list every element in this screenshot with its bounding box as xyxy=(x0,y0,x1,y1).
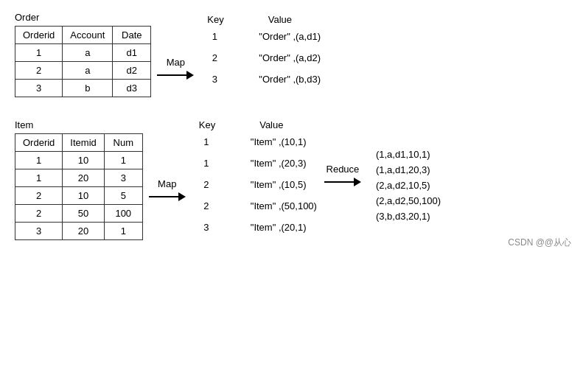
order-row-1: 1 a d1 xyxy=(15,44,151,62)
order-header-orderid: Orderid xyxy=(15,27,63,44)
order-kv-area: Key Value 1 "Order" ,(a,d1) 2 "Order" ,(… xyxy=(207,14,321,95)
item-row-3: 2 10 5 xyxy=(15,187,143,205)
order-kv-row-3: 3 "Order" ,(b,d3) xyxy=(207,74,321,85)
item-map-arrow: Map xyxy=(149,178,186,201)
item-row-1: 1 10 1 xyxy=(15,152,143,169)
order-kv-row-1: 1 "Order" ,(a,d1) xyxy=(207,31,321,42)
item-kv-row-3: 2 "Item" ,(10,5) xyxy=(199,179,317,190)
top-section: Order Orderid Account Date 1 a d1 2 a d2 xyxy=(15,12,568,97)
item-kv-area: Key Value 1 "Item" ,(10,1) 1 "Item" ,(20… xyxy=(199,119,317,243)
item-table-wrap: Item Orderid Itemid Num 1 10 1 1 20 3 xyxy=(15,119,143,240)
item-header-orderid: Orderid xyxy=(15,134,63,152)
item-kv-row-2: 1 "Item" ,(20,3) xyxy=(199,158,317,169)
arrow-shaft-top xyxy=(157,74,186,76)
reduce-result-1: (1,a,d1,10,1) xyxy=(376,149,441,160)
map-label-top: Map xyxy=(167,57,185,68)
item-kv-row-1: 1 "Item" ,(10,1) xyxy=(199,136,317,147)
reduce-arrow-wrap: Reduce xyxy=(324,164,361,186)
reduce-result-4: (2,a,d2,50,100) xyxy=(376,195,441,206)
arrow-head-top xyxy=(186,71,194,80)
arrow-head-bottom xyxy=(178,192,186,201)
order-row-2: 2 a d2 xyxy=(15,62,151,80)
order-row-3: 3 b d3 xyxy=(15,80,151,97)
reduce-result-3: (2,a,d2,10,5) xyxy=(376,180,441,191)
order-label: Order xyxy=(15,12,151,23)
bottom-section: Item Orderid Itemid Num 1 10 1 1 20 3 xyxy=(15,119,568,243)
arrow-shaft-bottom xyxy=(149,196,178,197)
item-kv-val-header: Value xyxy=(259,119,283,130)
item-row-5: 3 20 1 xyxy=(15,223,143,240)
order-table-wrap: Order Orderid Account Date 1 a d1 2 a d2 xyxy=(15,12,151,97)
item-label: Item xyxy=(15,119,143,130)
reduce-label: Reduce xyxy=(327,164,360,175)
order-header-account: Account xyxy=(63,27,113,44)
order-kv-val-header: Value xyxy=(268,14,292,25)
item-row-2: 1 20 3 xyxy=(15,169,143,187)
order-kv-row-2: 2 "Order" ,(a,d2) xyxy=(207,52,321,63)
item-kv-key-header: Key xyxy=(199,119,215,130)
item-header-num: Num xyxy=(104,134,142,152)
map-label-bottom: Map xyxy=(158,178,176,189)
reduce-results-area: (1,a,d1,10,1) (1,a,d1,20,3) (2,a,d2,10,5… xyxy=(376,149,441,226)
item-kv-row-4: 2 "Item" ,(50,100) xyxy=(199,200,317,211)
item-kv-header: Key Value xyxy=(199,119,317,130)
item-row-4: 2 50 100 xyxy=(15,205,143,223)
order-header-date: Date xyxy=(113,27,151,44)
reduce-result-2: (1,a,d1,20,3) xyxy=(376,164,441,175)
order-kv-key-header: Key xyxy=(207,14,223,25)
order-map-arrow: Map xyxy=(157,57,194,80)
main-container: Order Orderid Account Date 1 a d1 2 a d2 xyxy=(0,0,583,255)
item-header-itemid: Itemid xyxy=(63,134,104,152)
item-table: Orderid Itemid Num 1 10 1 1 20 3 2 10 xyxy=(15,133,143,240)
order-table: Orderid Account Date 1 a d1 2 a d2 3 b xyxy=(15,26,151,97)
reduce-result-5: (3,b,d3,20,1) xyxy=(376,211,441,222)
watermark: CSDN @@从心 xyxy=(508,237,571,249)
order-kv-header: Key Value xyxy=(207,14,321,25)
reduce-arrow xyxy=(324,178,361,186)
item-kv-row-5: 3 "Item" ,(20,1) xyxy=(199,222,317,233)
